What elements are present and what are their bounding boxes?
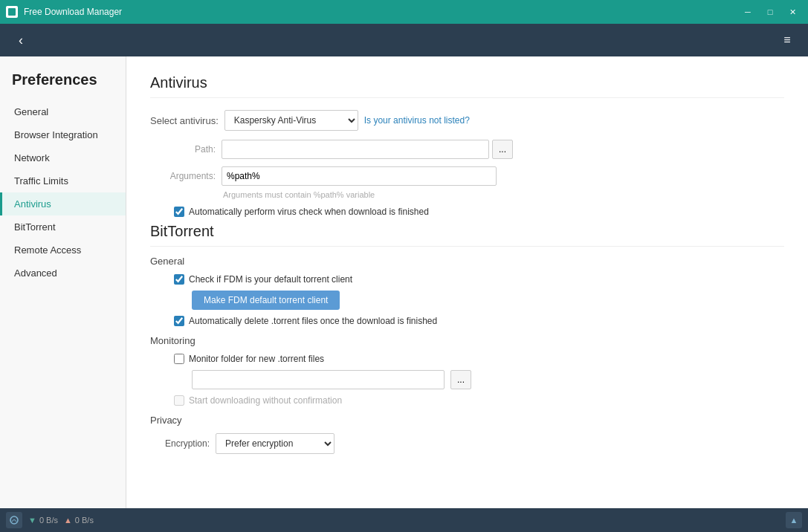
sidebar-item-antivirus[interactable]: Antivirus: [0, 192, 126, 215]
sidebar-item-network[interactable]: Network: [0, 146, 126, 169]
folder-path-input[interactable]: [192, 370, 445, 389]
main-layout: Preferences General Browser Integration …: [0, 56, 808, 508]
folder-path-row: ...: [192, 370, 784, 389]
antivirus-select[interactable]: Kaspersky Anti-Virus Avast Norton Custom: [224, 110, 358, 131]
sidebar-item-traffic-limits[interactable]: Traffic Limits: [0, 169, 126, 192]
monitoring-subsection-title: Monitoring: [150, 335, 784, 346]
sidebar-item-browser-integration[interactable]: Browser Integration: [0, 123, 126, 146]
encryption-label: Encryption:: [150, 438, 210, 449]
sidebar-item-remote-access[interactable]: Remote Access: [0, 239, 126, 262]
arguments-row: Arguments:: [150, 166, 784, 186]
start-without-confirm-label: Start downloading without confirmation: [189, 395, 342, 406]
privacy-subsection-title: Privacy: [150, 415, 784, 426]
not-listed-link[interactable]: Is your antivirus not listed?: [364, 115, 470, 126]
antivirus-section-title: Antivirus: [150, 74, 784, 98]
monitor-folder-checkbox[interactable]: [174, 354, 184, 364]
content-area: Antivirus Select antivirus: Kaspersky An…: [126, 56, 808, 508]
general-subsection-title: General: [150, 256, 784, 267]
folder-browse-button[interactable]: ...: [450, 370, 471, 389]
arguments-input[interactable]: [222, 166, 497, 186]
path-input[interactable]: [222, 140, 489, 159]
svg-rect-0: [8, 8, 16, 16]
antivirus-select-label: Select antivirus:: [150, 115, 219, 126]
speed-down-indicator: ▼ 0 B/s: [28, 516, 58, 525]
down-arrow-icon: ▼: [28, 516, 36, 525]
restore-button[interactable]: □: [760, 4, 780, 19]
make-default-button[interactable]: Make FDM default torrent client: [192, 291, 340, 310]
window-controls: ─ □ ✕: [738, 4, 802, 19]
encryption-row: Encryption: Prefer encryption Force encr…: [150, 433, 784, 454]
back-button[interactable]: ‹: [9, 28, 33, 52]
path-row: Path: ...: [150, 140, 784, 159]
toolbar: ‹ ≡: [0, 24, 808, 56]
sidebar-item-advanced[interactable]: Advanced: [0, 262, 126, 285]
bittorrent-section-title: BitTorrent: [150, 223, 784, 247]
auto-delete-checkbox[interactable]: [174, 316, 184, 326]
app-icon: [6, 6, 18, 18]
up-arrow-icon: ▲: [64, 516, 72, 525]
expand-button[interactable]: ▲: [786, 512, 802, 528]
speed-up-value: 0 B/s: [75, 516, 94, 525]
status-icon[interactable]: [6, 512, 22, 528]
check-default-row: Check if FDM is your default torrent cli…: [174, 274, 784, 285]
minimize-button[interactable]: ─: [738, 4, 757, 19]
sidebar-item-bittorrent[interactable]: BitTorrent: [0, 215, 126, 239]
auto-delete-row: Automatically delete .torrent files once…: [174, 316, 784, 326]
arguments-hint: Arguments must contain %path% variable: [223, 190, 784, 199]
path-browse-button[interactable]: ...: [492, 140, 513, 159]
title-bar: Free Download Manager ─ □ ✕: [0, 0, 808, 24]
antivirus-select-row: Select antivirus: Kaspersky Anti-Virus A…: [150, 110, 784, 131]
speed-up-indicator: ▲ 0 B/s: [64, 516, 94, 525]
speed-down-value: 0 B/s: [39, 516, 58, 525]
auto-check-row: Automatically perform virus check when d…: [174, 207, 784, 217]
monitor-folder-label[interactable]: Monitor folder for new .torrent files: [189, 354, 324, 364]
check-default-label[interactable]: Check if FDM is your default torrent cli…: [189, 274, 352, 285]
encryption-select[interactable]: Prefer encryption Force encryption Disab…: [216, 433, 334, 454]
sidebar: Preferences General Browser Integration …: [0, 56, 126, 508]
start-without-confirm-checkbox[interactable]: [174, 395, 184, 406]
auto-check-label[interactable]: Automatically perform virus check when d…: [189, 207, 429, 217]
status-bar: ▼ 0 B/s ▲ 0 B/s ▲: [0, 508, 808, 532]
app-title: Free Download Manager: [24, 7, 122, 17]
close-button[interactable]: ✕: [783, 4, 802, 19]
preferences-title: Preferences: [0, 65, 126, 100]
arguments-label: Arguments:: [150, 171, 216, 181]
menu-button[interactable]: ≡: [775, 28, 799, 52]
path-label: Path:: [150, 144, 216, 155]
start-without-confirm-row: Start downloading without confirmation: [174, 395, 784, 406]
auto-delete-label[interactable]: Automatically delete .torrent files once…: [189, 316, 437, 326]
monitor-folder-row: Monitor folder for new .torrent files: [174, 354, 784, 364]
sidebar-item-general[interactable]: General: [0, 100, 126, 123]
check-default-checkbox[interactable]: [174, 274, 184, 285]
auto-check-checkbox[interactable]: [174, 207, 184, 217]
